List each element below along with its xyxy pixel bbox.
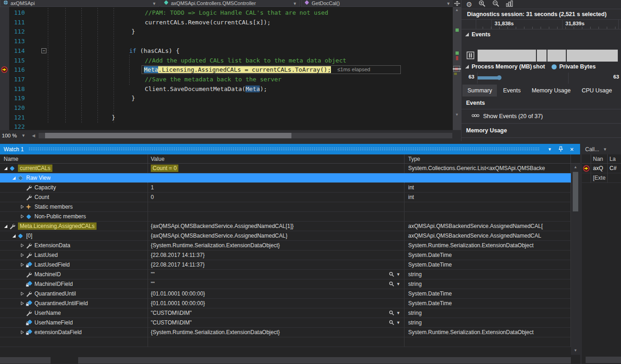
scroll-up-icon[interactable]: ▲ [571, 165, 580, 169]
chevron-down-icon[interactable]: ▼ [396, 282, 400, 286]
watch-horizontal-scrollbar[interactable] [0, 357, 571, 364]
code-line[interactable]: 119} [0, 93, 453, 103]
magnifier-button[interactable]: ▼ [389, 281, 400, 287]
pin-icon[interactable] [556, 144, 565, 154]
memory-section-header[interactable]: Process Memory (MB)shot Private Bytes [461, 63, 621, 70]
code-line[interactable]: 116Meta.Licensing.AssignedCALs = current… [0, 65, 453, 74]
callstack-horizontal-scrollbar[interactable] [586, 357, 621, 363]
reset-view-chart-icon[interactable] [506, 0, 513, 9]
code-line[interactable]: 112} [0, 27, 453, 36]
tree-expand-icon[interactable] [18, 243, 26, 248]
timeline-ruler[interactable]: 31,838s31,839s [461, 19, 621, 29]
watch-row[interactable]: ExtensionData{System.Runtime.Serializati… [0, 241, 571, 250]
scrollbar-thumb[interactable] [78, 357, 571, 364]
type-dropdown[interactable]: axQMSApi.Controllers.QMSController ▼ [160, 0, 300, 7]
watch-row[interactable]: Static members [0, 202, 571, 212]
scrollbar-segment[interactable] [0, 357, 51, 364]
scroll-down-icon[interactable]: ▼ [453, 113, 461, 117]
magnifier-button[interactable]: ▼ [389, 320, 400, 325]
watch-row[interactable]: QuarantinedUntilField{01.01.0001 00:00:0… [0, 299, 571, 308]
watch-vertical-scrollbar[interactable]: ▲ ▼ [571, 164, 580, 355]
callstack-title-bar[interactable]: Call... ▼ [582, 144, 621, 154]
watch-row[interactable]: UserNameField"CUSTOM\\DIM"▼string [0, 318, 571, 328]
column-header-language[interactable]: La [608, 154, 621, 164]
code-line[interactable]: 121} [0, 113, 453, 122]
tree-expand-icon[interactable] [18, 253, 26, 257]
tree-collapse-icon[interactable] [10, 176, 17, 180]
project-dropdown[interactable]: axQMSApi ▼ [0, 0, 160, 7]
watch-row[interactable]: Capacity1int [0, 183, 571, 193]
chevron-down-icon[interactable]: ▼ [603, 147, 607, 152]
watch-row[interactable]: LastUsedField{22.08.2017 14:11:37}System… [0, 260, 571, 270]
tree-expand-icon[interactable] [18, 291, 26, 296]
chevron-down-icon[interactable]: ▼ [396, 311, 400, 315]
scroll-up-icon[interactable]: ▲ [453, 8, 461, 12]
scroll-down-icon[interactable]: ▼ [571, 348, 580, 353]
tree-expand-icon[interactable] [18, 301, 26, 306]
tree-expand-icon[interactable] [18, 330, 26, 335]
scrollbar-thumb[interactable] [45, 133, 291, 138]
magnifier-button[interactable]: ▼ [389, 272, 400, 277]
watch-row[interactable]: Raw View [0, 173, 571, 183]
code-line[interactable]: 117//Save the metadata back to the serve… [0, 74, 453, 84]
watch-row[interactable]: QuarantinedUntil{01.01.0001 00:00:00}Sys… [0, 289, 571, 299]
collapse-triangle-icon[interactable] [465, 65, 469, 68]
code-line[interactable]: 115//Add the updated CALs list back to t… [0, 56, 453, 65]
events-bar[interactable] [478, 50, 618, 62]
tree-collapse-icon[interactable] [10, 234, 17, 238]
collapse-triangle-icon[interactable] [465, 33, 469, 36]
scrollbar-thumb[interactable] [573, 172, 578, 211]
tree-expand-icon[interactable] [18, 205, 26, 209]
watch-row[interactable]: currentCALsCount = 0System.Collections.G… [0, 164, 571, 173]
collapse-toggle-icon[interactable]: − [41, 48, 46, 53]
watch-row[interactable]: MachineIDField""▼string [0, 279, 571, 289]
tree-collapse-icon[interactable] [2, 166, 9, 171]
column-header-name[interactable]: Name [0, 154, 148, 164]
gear-icon[interactable]: ⚙ [466, 1, 472, 8]
tree-expand-icon[interactable] [18, 214, 26, 219]
code-line[interactable]: 114−if (hasCALs) { [0, 46, 453, 56]
zoom-level-select[interactable]: 100 % [2, 133, 17, 138]
editor-horizontal-scrollbar[interactable] [39, 133, 452, 138]
code-line[interactable]: 120 [0, 103, 453, 113]
editor-vertical-scrollbar[interactable]: ▲ ▼ [453, 0, 461, 130]
scroll-left-icon[interactable]: ◀ [32, 133, 35, 138]
code-line[interactable]: 111currentCALs.Remove(currentCALs[x]); [0, 17, 453, 27]
events-section-header[interactable]: Events [461, 31, 621, 38]
watch-row[interactable]: extensionDataField{System.Runtime.Serial… [0, 328, 571, 337]
watch-row[interactable]: LastUsed{22.08.2017 14:11:37}System.Date… [0, 250, 571, 260]
magnifier-button[interactable]: ▼ [389, 310, 400, 316]
column-header-type[interactable]: Type [405, 154, 571, 164]
callstack-row[interactable]: axQC# [582, 164, 621, 173]
zoom-in-icon[interactable] [479, 0, 486, 9]
tree-expand-icon[interactable] [18, 262, 26, 267]
tab-events[interactable]: Events [498, 85, 525, 97]
window-menu-button[interactable]: ▼ [545, 144, 554, 154]
code-line[interactable]: 118Client.SaveDocumentMetaData(Meta); [0, 84, 453, 94]
chevron-down-icon[interactable]: ▼ [22, 133, 26, 138]
tab-memory-usage[interactable]: Memory Usage [527, 85, 576, 97]
watch-row[interactable]: [0]{axQMSApi.QMSBackendService.AssignedN… [0, 231, 571, 241]
memory-graph[interactable] [477, 73, 610, 84]
code-line[interactable]: 122 [0, 122, 453, 130]
code-line[interactable]: 110//PAM: TODO => Logic Handle CAL's tha… [0, 8, 453, 17]
close-icon[interactable]: × [567, 144, 576, 154]
zoom-out-icon[interactable] [492, 0, 500, 9]
tree-collapse-icon[interactable] [2, 224, 9, 228]
tab-summary[interactable]: Summary [462, 85, 497, 97]
code-line[interactable]: 113 [0, 36, 453, 46]
watch-row[interactable]: Meta.Licensing.AssignedCALs{axQMSApi.QMS… [0, 222, 571, 231]
code-surface[interactable]: 110//PAM: TODO => Logic Handle CAL's tha… [0, 7, 453, 130]
chevron-down-icon[interactable]: ▼ [396, 272, 400, 277]
member-dropdown[interactable]: GetDocCal() ▼ [301, 0, 454, 7]
column-header-name[interactable]: Nan [591, 154, 608, 164]
watch-row[interactable]: Non-Public members [0, 212, 571, 222]
current-statement-icon[interactable] [1, 66, 8, 73]
watch-title-bar[interactable]: Watch 1 ▼ × [0, 144, 580, 154]
tab-cpu-usage[interactable]: CPU Usage [576, 85, 617, 97]
column-header-value[interactable]: Value [148, 154, 405, 164]
watch-row[interactable]: UserName"CUSTOM\\DIM"▼string [0, 308, 571, 318]
watch-row[interactable]: Count0int [0, 193, 571, 202]
callstack-row[interactable]: [Exte [582, 173, 621, 183]
watch-row[interactable]: MachineID""▼string [0, 270, 571, 279]
